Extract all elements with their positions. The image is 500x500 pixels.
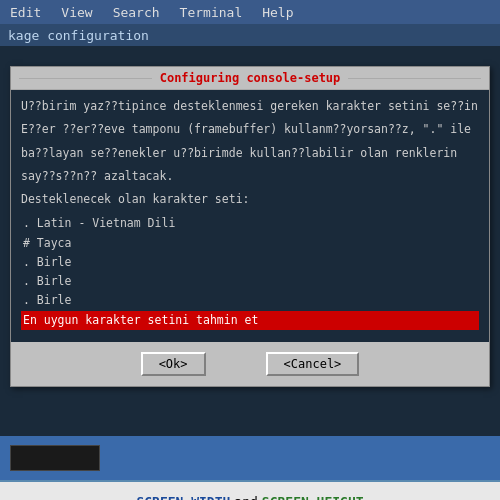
body-line-3: ba??layan se??enekler u??birimde kullan?… xyxy=(21,145,479,162)
title-line-left xyxy=(19,78,152,79)
body-line-5: Desteklenecek olan karakter seti: xyxy=(21,191,479,208)
bottom-bar xyxy=(0,436,500,480)
list-item-0[interactable]: . Latin - Vietnam Dili xyxy=(21,214,479,233)
list-item-5-selected[interactable]: En uygun karakter setini tahmin et xyxy=(21,311,479,330)
menu-terminal[interactable]: Terminal xyxy=(176,4,247,21)
configure-dialog: Configuring console-setup U??birim yaz??… xyxy=(10,66,490,387)
body-line-1: U??birim yaz??tipince desteklenmesi gere… xyxy=(21,98,479,115)
bottom-section: SCREEN_WIDTH and SCREEN_HEIGHT xyxy=(0,480,500,500)
screen-width-label: SCREEN_WIDTH xyxy=(136,494,230,501)
screen-height-label: SCREEN_HEIGHT xyxy=(262,494,364,501)
terminal-background: Configuring console-setup U??birim yaz??… xyxy=(0,46,500,436)
menu-view[interactable]: View xyxy=(57,4,96,21)
bottom-black-box xyxy=(10,445,100,471)
ok-button[interactable]: <Ok> xyxy=(141,352,206,376)
and-text: and xyxy=(234,494,257,501)
list-item-2[interactable]: . Birle xyxy=(21,253,479,272)
dialog-titlebar: Configuring console-setup xyxy=(11,67,489,90)
dialog-title-text: Configuring console-setup xyxy=(160,71,341,85)
menu-search[interactable]: Search xyxy=(109,4,164,21)
character-set-list[interactable]: . Latin - Vietnam Dili # Tayca . Birle .… xyxy=(21,214,479,330)
menubar: Edit View Search Terminal Help xyxy=(0,0,500,24)
list-item-4[interactable]: . Birle xyxy=(21,291,479,310)
window-title: kage configuration xyxy=(8,28,149,43)
body-line-4: say??s??n?? azaltacak. xyxy=(21,168,479,185)
cancel-button[interactable]: <Cancel> xyxy=(266,352,360,376)
menu-edit[interactable]: Edit xyxy=(6,4,45,21)
dialog-button-area: <Ok> <Cancel> xyxy=(11,342,489,386)
dialog-body: U??birim yaz??tipince desteklenmesi gere… xyxy=(11,90,489,342)
list-item-1[interactable]: # Tayca xyxy=(21,234,479,253)
list-item-3[interactable]: . Birle xyxy=(21,272,479,291)
title-line-right xyxy=(348,78,481,79)
window-titlebar: kage configuration xyxy=(0,24,500,46)
body-line-2: E??er ??er??eve tamponu (framebuffer) ku… xyxy=(21,121,479,138)
menu-help[interactable]: Help xyxy=(258,4,297,21)
